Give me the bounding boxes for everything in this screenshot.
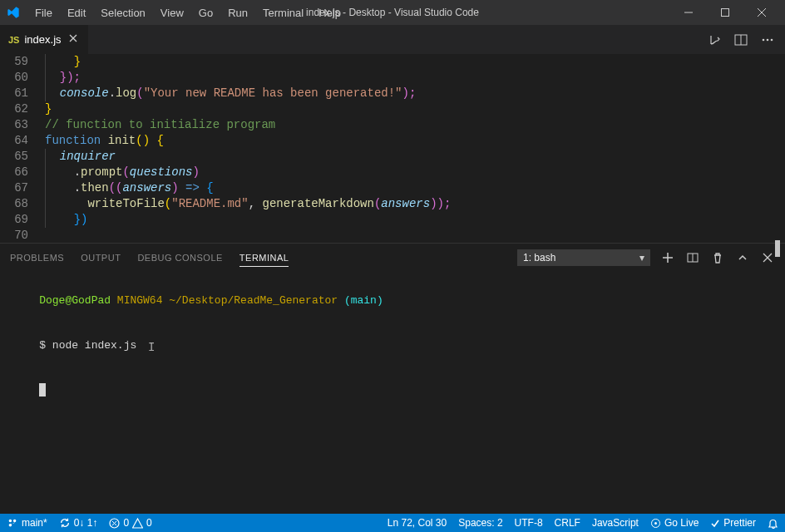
menu-view[interactable]: View <box>154 3 190 22</box>
panel-tab-output[interactable]: OUTPUT <box>81 249 121 267</box>
terminal-cursor <box>39 383 46 397</box>
menu-selection[interactable]: Selection <box>94 3 151 22</box>
maximize-button[interactable] <box>708 1 742 24</box>
line-number: 60 <box>0 70 28 86</box>
compare-changes-icon[interactable] <box>707 32 722 47</box>
line-number: 66 <box>0 165 28 180</box>
line-number: 63 <box>0 117 28 133</box>
close-button[interactable] <box>745 1 778 24</box>
more-actions-icon[interactable] <box>760 32 775 47</box>
status-indentation[interactable]: Spaces: 2 <box>458 517 502 529</box>
terminal-cursor-line <box>13 368 772 413</box>
menu-file[interactable]: File <box>28 3 59 22</box>
kill-terminal-icon[interactable] <box>710 250 725 265</box>
line-number: 67 <box>0 180 28 196</box>
maximize-panel-icon[interactable] <box>735 250 750 265</box>
code-content[interactable]: } }); console.log("Your new README has b… <box>42 54 785 243</box>
panel-header: PROBLEMS OUTPUT DEBUG CONSOLE TERMINAL 1… <box>0 243 785 272</box>
status-cursor-position[interactable]: Ln 72, Col 30 <box>388 517 447 529</box>
status-branch[interactable]: main* <box>7 517 47 529</box>
panel-tab-terminal[interactable]: TERMINAL <box>239 249 289 267</box>
tab-label: index.js <box>24 33 61 46</box>
menu-bar: File Edit Selection View Go Run Terminal… <box>7 3 348 22</box>
line-number: 68 <box>0 196 28 212</box>
vscode-logo-icon <box>7 6 20 19</box>
panel-tab-problems[interactable]: PROBLEMS <box>10 249 64 267</box>
window-title: index.js - Desktop - Visual Studio Code <box>306 7 479 18</box>
tab-close-icon[interactable] <box>67 32 80 47</box>
status-encoding[interactable]: UTF-8 <box>515 517 543 529</box>
status-language[interactable]: JavaScript <box>592 517 639 529</box>
menu-terminal[interactable]: Terminal <box>256 3 310 22</box>
status-notifications-icon[interactable] <box>768 518 778 529</box>
scrollbar-marker[interactable] <box>775 240 780 257</box>
status-go-live[interactable]: Go Live <box>650 517 699 529</box>
menu-go[interactable]: Go <box>192 3 220 22</box>
svg-rect-1 <box>722 9 729 17</box>
status-problems[interactable]: 0 0 <box>109 517 151 529</box>
split-editor-icon[interactable] <box>733 32 748 47</box>
svg-point-21 <box>654 522 657 525</box>
svg-point-8 <box>763 38 765 41</box>
line-number: 62 <box>0 101 28 117</box>
menu-edit[interactable]: Edit <box>61 3 92 22</box>
status-eol[interactable]: CRLF <box>555 517 580 529</box>
split-terminal-icon[interactable] <box>685 250 700 265</box>
tab-index-js[interactable]: JS index.js <box>0 25 89 54</box>
panel-tab-debug-console[interactable]: DEBUG CONSOLE <box>137 249 222 267</box>
line-number: 61 <box>0 86 28 101</box>
menu-run[interactable]: Run <box>221 3 254 22</box>
line-number: 59 <box>0 54 28 70</box>
status-sync[interactable]: 0↓ 1↑ <box>59 517 98 529</box>
close-panel-icon[interactable] <box>760 250 775 265</box>
terminal-panel[interactable]: Doge@GodPad MINGW64 ~/Desktop/ReadMe_Gen… <box>0 272 785 514</box>
editor-tabs-bar: JS index.js <box>0 25 785 54</box>
terminal-line: Doge@GodPad MINGW64 ~/Desktop/ReadMe_Gen… <box>13 278 772 323</box>
line-number: 65 <box>0 149 28 165</box>
line-number: 70 <box>0 228 28 244</box>
text-cursor-icon: I <box>148 340 155 355</box>
line-number: 64 <box>0 133 28 149</box>
status-bar: main* 0↓ 1↑ 0 0 Ln 72, Col 30 Spaces: 2 … <box>0 514 785 532</box>
line-number: 69 <box>0 212 28 228</box>
terminal-line: $ node index.js <box>13 323 772 368</box>
svg-point-9 <box>767 38 769 41</box>
svg-point-10 <box>771 38 773 41</box>
terminal-selector[interactable]: 1: bash <box>517 249 650 266</box>
new-terminal-icon[interactable] <box>660 250 675 265</box>
line-number-gutter: 59 60 61 62 63 64 65 66 67 68 69 70 <box>0 54 42 243</box>
minimize-button[interactable] <box>672 1 705 24</box>
code-editor[interactable]: 59 60 61 62 63 64 65 66 67 68 69 70 } })… <box>0 54 785 243</box>
status-prettier[interactable]: Prettier <box>710 517 756 529</box>
title-bar: File Edit Selection View Go Run Terminal… <box>0 0 785 25</box>
js-file-icon: JS <box>8 35 19 45</box>
